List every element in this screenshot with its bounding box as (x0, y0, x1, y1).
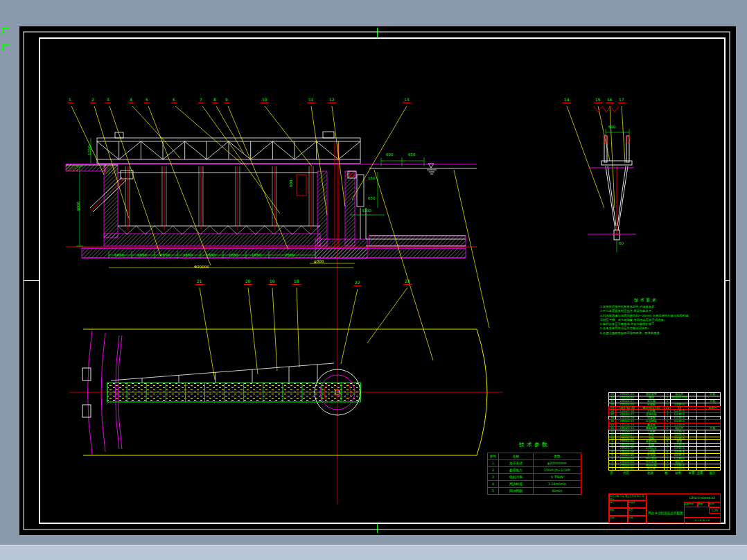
tb-process: 工艺 (628, 508, 647, 516)
tb-marks-row: 标记 处数 分区 更改文件号 签名 年月日 (609, 494, 647, 500)
balloon: 17 (617, 98, 626, 103)
balloon: 23 (403, 279, 412, 285)
balloon: 20 (244, 279, 252, 285)
parameters-row: 1 池子直径 φ20000mm (488, 460, 581, 466)
dimension-label: 150 (368, 177, 376, 180)
bom-table: 23CZG20-23 驱动装置1 组合件 外购 22CZG20-22 滚轮2 Z… (608, 393, 721, 476)
bridge-truss (97, 138, 360, 164)
dimension-label: φ300 (314, 260, 324, 263)
section-red-lines (66, 142, 477, 247)
tb-stage: 阶段标记 (684, 502, 698, 507)
balloon: 6 (171, 98, 177, 103)
plan-truss-taper (111, 363, 334, 383)
balloon: 7 (198, 98, 204, 103)
note-line: 3.刮泥板底缘与池底间隙为10~20mm,全周运转时不得与池底相碰,运转应平稳、… (600, 314, 692, 323)
parameters-row: 5 回转周期 80min (488, 487, 581, 494)
tb-scale-value: 1:25 (709, 507, 721, 514)
notes-title: 技术要求 (600, 297, 692, 304)
balloon: 21 (195, 279, 204, 285)
note-line: 6.外露金属表面除锈后涂防锈漆、面漆各两道。 (600, 331, 692, 335)
bom-header-row: 序号代号 名称数量 材料单重 总重备注 (608, 471, 721, 476)
weld-zigzag (594, 106, 619, 112)
tb-standard: 标准化 (628, 500, 647, 508)
tb-sheet: 共 1 张 第 1 张 (684, 517, 721, 523)
balloon: 2 (90, 98, 96, 103)
dimension-label: 600 (608, 125, 616, 129)
cad-viewer-page: { "colors":{"bg":"#8b99ad","canvas":"#00… (0, 0, 747, 560)
yellow-dim-lines (109, 263, 355, 268)
dimension-label: 3200 (362, 209, 371, 213)
plan-view (69, 329, 503, 455)
parameters-row: 4 周边线速 3.18m/min (488, 480, 581, 487)
dimension-label: 1650 (206, 254, 216, 257)
dimension-label: 600 (290, 180, 293, 188)
dimension-label: 1250 (88, 146, 91, 155)
section-hatched-concrete (66, 164, 466, 259)
balloon: 22 (353, 281, 362, 286)
title-block: 标记 处数 分区 更改文件号 签名 年月日 设计 标准化 校核 工艺 审核 批准… (608, 493, 721, 523)
scraper-frame (118, 166, 320, 234)
balloon: 19 (268, 279, 276, 285)
dimension-label: 1650 (183, 254, 193, 257)
drawing-number: CZG20-4000A.02 (684, 495, 721, 502)
plan-walkway (107, 383, 360, 402)
tb-audit: 审核 (609, 516, 628, 523)
dimension-label: 4000 (77, 202, 80, 211)
dimension-label: 650 (368, 197, 376, 200)
tb-design: 设计 (609, 500, 628, 508)
dimension-label: 1650 (252, 254, 261, 257)
balloon: 10 (261, 98, 269, 103)
parameters-title: 技术参数 (487, 441, 581, 448)
dimension-label: 1650 (137, 254, 147, 257)
balloon: 18 (292, 279, 301, 285)
balloon: 16 (606, 98, 614, 103)
dimension-label: 1650 (160, 254, 170, 257)
balloon: 11 (307, 98, 315, 103)
parameters-header-row: 序号 名称 参数 (488, 453, 581, 460)
dimension-label: 60 (619, 242, 624, 245)
tb-check: 校核 (609, 508, 628, 516)
balloon: 14 (563, 98, 571, 103)
balloon: 15 (594, 98, 602, 103)
technical-notes: 技术要求 1.安装前应按图纸检查各部件,不得有损坏。2.中心支座安装时应找平,保… (600, 297, 692, 335)
dimension-label: Φ20000 (194, 265, 209, 269)
parameters-row: 2 处理能力 150m³/h~1/10h (488, 466, 581, 473)
dimension-label: 1650 (114, 254, 124, 257)
drawing-title: 周边传动刮泥机总装配图 (647, 502, 685, 524)
balloon: 5 (144, 98, 150, 103)
balloon: 3 (105, 98, 111, 103)
dimension-label: 600 (386, 153, 394, 157)
balloon: 13 (403, 98, 411, 103)
balloon: 12 (328, 98, 336, 103)
tb-approve: 批准 (628, 516, 647, 523)
dimension-label: 650 (408, 153, 416, 157)
plan-left-brackets (82, 368, 91, 417)
balloon: 4 (128, 98, 134, 103)
dimension-label: 1650 (229, 254, 238, 257)
balloon: 1 (67, 98, 73, 103)
balloon: 8 (212, 98, 218, 103)
tb-scale-label: 比例 (709, 502, 721, 507)
parameters-row: 3 电机功率 0.75kW (488, 473, 581, 480)
balloon: 9 (224, 98, 229, 103)
parameters-table: 技术参数 序号 名称 参数 1 池子直径 φ20000mm 2 处理能力 150… (487, 441, 581, 495)
dimension-label: 2500 (285, 254, 295, 257)
tb-mass: 质量 (698, 502, 709, 507)
